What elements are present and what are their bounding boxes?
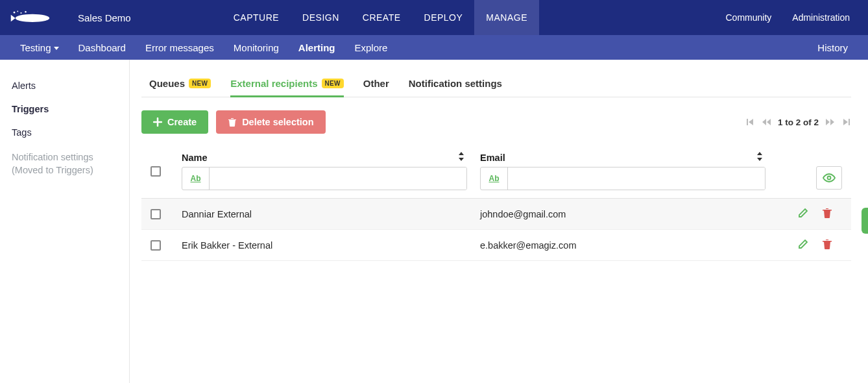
subnav-explore[interactable]: Explore	[345, 42, 398, 53]
nav-deploy[interactable]: DEPLOY	[413, 0, 475, 35]
svg-point-1	[17, 11, 18, 12]
cell-email: johndoe@gmail.com	[480, 209, 766, 219]
email-filter: Ab	[480, 167, 766, 190]
column-name: Name Ab	[182, 152, 467, 190]
row-actions	[798, 239, 842, 251]
tab-external-recipients[interactable]: External recipients NEW	[230, 78, 343, 89]
table-row: Erik Bakker - External e.bakker@emagiz.c…	[141, 230, 851, 261]
column-name-label: Name	[182, 153, 208, 163]
sort-icon	[458, 152, 464, 163]
tab-queues[interactable]: Queues NEW	[149, 78, 211, 89]
cell-email: e.bakker@emagiz.com	[480, 240, 766, 251]
name-filter-input[interactable]	[210, 167, 466, 190]
header-checkbox-cell	[151, 152, 182, 177]
subnav-alerting[interactable]: Alerting	[289, 42, 345, 53]
svg-point-2	[20, 12, 21, 14]
subnav-error-messages[interactable]: Error messages	[136, 42, 224, 53]
trash-icon	[228, 117, 237, 127]
nav-capture[interactable]: CAPTURE	[222, 0, 291, 35]
svg-point-0	[14, 12, 16, 14]
header-actions	[816, 152, 842, 190]
plus-icon	[153, 117, 162, 127]
eye-icon	[823, 173, 836, 182]
sidebar-item-alerts[interactable]: Alerts	[12, 74, 117, 97]
top-nav: CAPTURE DESIGN CREATE DEPLOY MANAGE	[222, 0, 539, 35]
badge-new: NEW	[189, 79, 211, 88]
column-email-header[interactable]: Email	[480, 152, 766, 163]
pager: 1 to 2 of 2	[745, 117, 851, 127]
svg-point-5	[828, 177, 831, 180]
row-actions	[798, 208, 842, 220]
cell-name: Erik Bakker - External	[182, 240, 467, 251]
column-email: Email Ab	[480, 152, 766, 190]
edit-button[interactable]	[798, 239, 808, 251]
top-bar: Sales Demo CAPTURE DESIGN CREATE DEPLOY …	[0, 0, 868, 35]
tab-external-recipients-label: External recipients	[230, 78, 317, 89]
svg-point-3	[25, 11, 26, 12]
tab-queues-label: Queues	[149, 78, 185, 89]
brand-label: Sales Demo	[78, 12, 131, 23]
table-header: Name Ab Email Ab	[141, 148, 851, 199]
subnav-monitoring[interactable]: Monitoring	[224, 42, 289, 53]
nav-create[interactable]: CREATE	[351, 0, 413, 35]
sub-bar: Testing Dashboard Error messages Monitor…	[0, 35, 868, 60]
pager-next-icon[interactable]	[825, 117, 836, 127]
subnav-testing-label: Testing	[20, 42, 51, 53]
row-checkbox-cell	[151, 209, 182, 219]
delete-button[interactable]	[823, 239, 832, 251]
svg-point-4	[16, 14, 50, 22]
column-visibility-button[interactable]	[816, 166, 842, 190]
sidebar: Alerts Triggers Tags Notification settin…	[0, 60, 130, 383]
sort-icon	[756, 152, 763, 163]
nav-manage[interactable]: MANAGE	[474, 0, 539, 35]
sidebar-item-tags[interactable]: Tags	[12, 121, 117, 144]
main: Alerts Triggers Tags Notification settin…	[0, 60, 868, 383]
table-row: Danniar External johndoe@gmail.com	[141, 199, 851, 230]
nav-administration[interactable]: Administration	[782, 0, 860, 35]
create-button[interactable]: Create	[141, 110, 208, 134]
select-all-checkbox[interactable]	[151, 166, 161, 177]
trash-icon	[823, 208, 832, 218]
logo-icon	[6, 6, 58, 29]
column-email-label: Email	[480, 153, 505, 163]
edit-icon	[798, 239, 808, 249]
toolbar: Create Delete selection 1 to 2 of 2	[141, 110, 851, 134]
row-checkbox[interactable]	[151, 209, 161, 219]
sidebar-item-notification-settings[interactable]: Notification settings (Moved to Triggers…	[12, 144, 117, 184]
email-filter-input[interactable]	[508, 167, 765, 190]
tab-notification-settings[interactable]: Notification settings	[409, 78, 502, 89]
edit-icon	[798, 208, 808, 218]
row-checkbox[interactable]	[151, 240, 161, 251]
subnav-dashboard[interactable]: Dashboard	[69, 42, 136, 53]
row-checkbox-cell	[151, 240, 182, 251]
cell-name: Danniar External	[182, 209, 467, 219]
table: Name Ab Email Ab	[141, 148, 851, 261]
content: Queues NEW External recipients NEW Other…	[130, 60, 868, 383]
pager-label: 1 to 2 of 2	[778, 117, 819, 127]
tab-other[interactable]: Other	[363, 78, 389, 89]
tabs: Queues NEW External recipients NEW Other…	[141, 78, 851, 97]
top-right: Community Administration	[716, 0, 869, 35]
trash-icon	[823, 239, 832, 249]
pager-last-icon[interactable]	[842, 117, 851, 127]
pager-first-icon[interactable]	[745, 117, 754, 127]
logo-area: Sales Demo	[0, 6, 144, 29]
pager-prev-icon[interactable]	[761, 117, 771, 127]
edit-button[interactable]	[798, 208, 808, 220]
subnav-testing[interactable]: Testing	[10, 42, 69, 53]
email-filter-mode[interactable]: Ab	[481, 167, 508, 190]
subnav-history[interactable]: History	[808, 42, 858, 53]
sidebar-item-triggers[interactable]: Triggers	[12, 97, 117, 121]
side-widget[interactable]	[862, 208, 868, 234]
chevron-down-icon	[54, 47, 59, 50]
name-filter: Ab	[182, 167, 467, 190]
create-button-label: Create	[167, 117, 197, 127]
column-name-header[interactable]: Name	[182, 152, 467, 163]
badge-new: NEW	[322, 79, 344, 88]
delete-button[interactable]	[823, 208, 832, 220]
delete-selection-button[interactable]: Delete selection	[216, 110, 325, 134]
nav-design[interactable]: DESIGN	[291, 0, 351, 35]
name-filter-mode[interactable]: Ab	[182, 167, 210, 190]
delete-selection-label: Delete selection	[242, 117, 313, 127]
nav-community[interactable]: Community	[716, 0, 782, 35]
